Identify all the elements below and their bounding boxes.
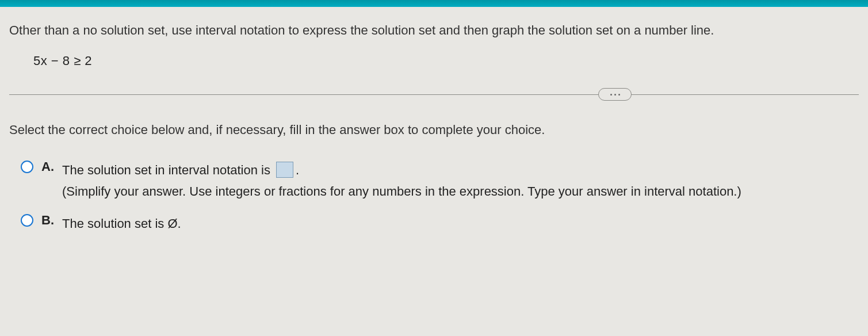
ellipsis-icon	[618, 94, 620, 96]
answer-input-box[interactable]	[276, 162, 293, 178]
divider	[9, 89, 859, 100]
option-a-body: The solution set in interval notation is…	[62, 159, 741, 203]
options-group: A. The solution set in interval notation…	[21, 159, 859, 234]
ellipsis-icon	[614, 94, 616, 96]
more-button[interactable]	[598, 88, 632, 101]
question-content: Other than a no solution set, use interv…	[0, 7, 868, 234]
horizontal-rule	[9, 94, 859, 95]
select-instruction: Select the correct choice below and, if …	[9, 123, 859, 138]
ellipsis-icon	[610, 94, 612, 96]
option-b-label: B.	[41, 213, 56, 228]
option-b-row: B. The solution set is Ø.	[21, 213, 859, 234]
option-b-text: The solution set is Ø.	[62, 213, 181, 234]
option-a-hint: (Simplify your answer. Use integers or f…	[62, 184, 741, 198]
option-b-radio[interactable]	[21, 214, 33, 227]
option-a-row: A. The solution set in interval notation…	[21, 159, 859, 203]
option-a-radio[interactable]	[21, 161, 33, 173]
inequality-equation: 5x − 8 ≥ 2	[33, 54, 859, 68]
header-bar	[0, 0, 868, 7]
option-a-text-after: .	[296, 163, 299, 177]
option-a-label: A.	[41, 159, 56, 174]
instruction-text: Other than a no solution set, use interv…	[9, 21, 859, 40]
option-a-text-before: The solution set in interval notation is	[62, 163, 274, 177]
